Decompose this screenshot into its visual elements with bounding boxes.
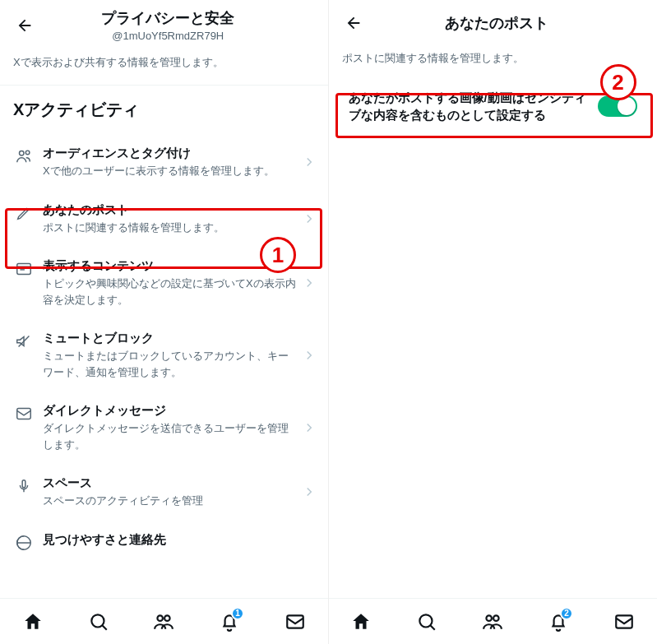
svg-point-8 [164,615,170,621]
row-title: オーディエンスとタグ付け [43,146,298,161]
search-icon [416,611,437,632]
row-title: 見つけやすさと連絡先 [43,532,298,548]
row-subtitle: ダイレクトメッセージを送信できるユーザーを管理します。 [43,420,298,452]
chevron-right-icon [302,484,317,499]
svg-point-0 [20,151,25,156]
bottom-nav: 2 [329,598,658,644]
header-title-group: あなたのポスト [377,13,618,33]
row-title: 表示するコンテンツ [43,258,298,274]
svg-rect-2 [17,264,31,275]
screen-privacy-safety: プライバシーと安全 @1mUoYf5RmdZR79H Xで表示および共有する情報… [0,0,329,644]
svg-rect-3 [17,409,31,419]
row-title: ミュートとブロック [43,331,298,346]
envelope-icon [285,611,306,632]
svg-point-12 [493,615,499,621]
nav-communities[interactable] [476,605,509,638]
chevron-right-icon [302,276,317,290]
row-mute-block[interactable]: ミュートとブロック ミュートまたはブロックしているアカウント、キーワード、通知を… [0,319,328,391]
communities-icon [482,611,503,632]
discover-icon [15,534,33,552]
nav-notifications[interactable]: 2 [542,605,575,638]
page-subtitle: @1mUoYf5RmdZR79H [112,30,224,42]
arrow-left-icon [16,16,34,35]
communities-icon [153,611,174,632]
page-title: プライバシーと安全 [101,8,234,28]
arrow-left-icon [345,14,363,32]
header-title-group: プライバシーと安全 @1mUoYf5RmdZR79H [48,8,289,42]
svg-rect-13 [616,615,632,628]
notification-badge: 1 [231,607,244,620]
page-title: あなたのポスト [445,13,548,33]
row-audience-tagging[interactable]: オーディエンスとタグ付け Xで他のユーザーに表示する情報を管理します。 [0,134,328,191]
header: プライバシーと安全 @1mUoYf5RmdZR79H [0,0,328,49]
bottom-nav: 1 [0,598,328,644]
home-icon [350,611,372,632]
svg-point-6 [91,614,104,627]
svg-point-11 [487,615,493,621]
page-description: Xで表示および共有する情報を管理します。 [0,49,328,80]
annotation-callout-2: 2 [600,64,636,100]
svg-point-1 [25,151,30,155]
svg-rect-9 [287,615,303,628]
mute-icon [15,332,33,350]
spaces-icon [15,477,33,495]
content-icon [15,260,33,278]
nav-communities[interactable] [147,605,180,638]
row-title: スペース [43,475,298,491]
nav-search[interactable] [410,605,443,638]
back-button[interactable] [339,8,368,38]
chevron-right-icon [302,420,317,435]
header: あなたのポスト [329,0,658,44]
row-spaces[interactable]: スペース スペースのアクティビティを管理 [0,464,328,521]
row-subtitle: スペースのアクティビティを管理 [43,493,298,509]
row-title: あなたのポスト [43,202,298,218]
row-subtitle: ミュートまたはブロックしているアカウント、キーワード、通知を管理します。 [43,348,298,380]
divider [0,85,328,86]
row-subtitle: Xで他のユーザーに表示する情報を管理します。 [43,163,298,179]
nav-home[interactable] [16,605,49,638]
nav-search[interactable] [82,605,115,638]
svg-rect-4 [22,480,25,488]
people-icon [15,147,33,165]
nav-messages[interactable] [608,605,641,638]
nav-notifications[interactable]: 1 [213,605,246,638]
dm-icon [15,405,33,423]
svg-point-10 [420,614,433,627]
chevron-right-icon [302,211,317,226]
row-subtitle: ポストに関連する情報を管理します。 [43,220,298,236]
chevron-right-icon [302,155,317,169]
chevron-right-icon [302,348,317,363]
home-icon [22,611,44,632]
envelope-icon [613,611,635,632]
section-title: Xアクティビティ [0,99,328,134]
row-title: ダイレクトメッセージ [43,403,298,419]
pencil-icon [15,204,33,222]
row-subtitle: トピックや興味関心などの設定に基づいてXの表示内容を決定します。 [43,276,298,308]
search-icon [88,611,109,632]
back-button[interactable] [10,11,39,40]
notification-badge: 2 [560,607,573,620]
settings-list: オーディエンスとタグ付け Xで他のユーザーに表示する情報を管理します。 あなたの… [0,134,328,644]
nav-messages[interactable] [279,605,312,638]
row-direct-messages[interactable]: ダイレクトメッセージ ダイレクトメッセージを送信できるユーザーを管理します。 [0,391,328,464]
row-discoverability[interactable]: 見つけやすさと連絡先 [0,521,328,552]
toggle-label: あなたがポストする画像/動画はセンシティブな内容を含むものとして設定する [349,89,599,123]
nav-home[interactable] [345,605,377,638]
svg-point-7 [158,615,164,621]
screen-your-posts: あなたのポスト ポストに関連する情報を管理します。 あなたがポストする画像/動画… [329,0,658,644]
annotation-callout-1: 1 [260,237,296,273]
